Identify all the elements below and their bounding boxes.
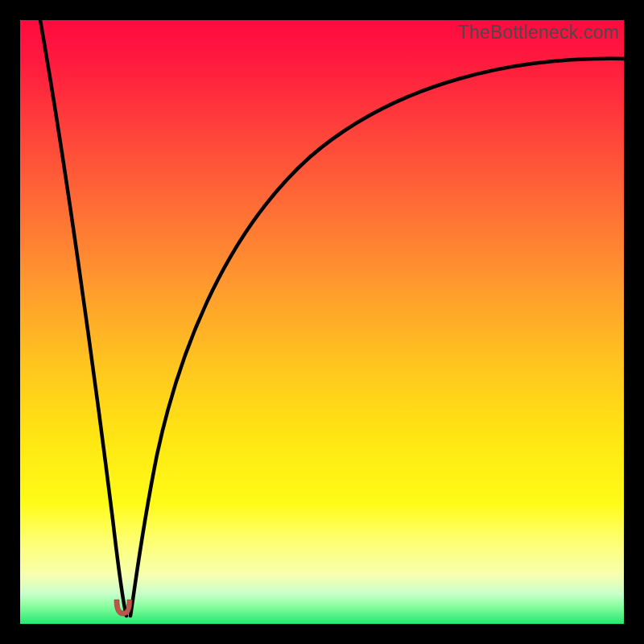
u-marker-icon [112,598,134,617]
curve-right-branch [130,59,624,616]
bottleneck-curve [20,20,624,624]
minimum-marker [112,598,134,617]
plot-area: TheBottleneck.com [20,20,624,624]
curve-left-branch [40,20,126,616]
